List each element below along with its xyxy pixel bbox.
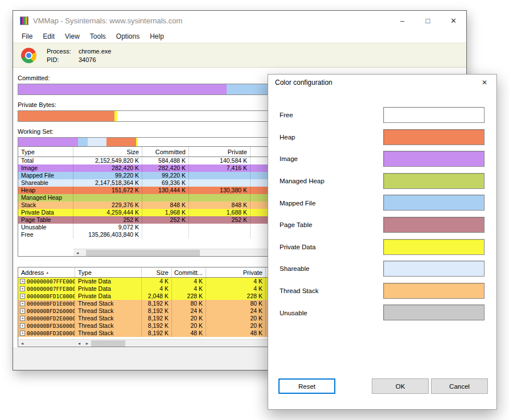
- titlebar[interactable]: VMMap - Sysinternals: www.sysinternals.c…: [13, 11, 466, 30]
- menubar: File Edit View Tools Options Help: [13, 30, 466, 43]
- color-entry-thread-stack: Thread Stack: [268, 280, 496, 302]
- window-controls: – □ ✕: [389, 11, 466, 30]
- cell-committed: 848 K: [142, 201, 189, 209]
- close-icon[interactable]: ✕: [441, 11, 466, 30]
- cell-private: [189, 194, 251, 201]
- color-entry-mapped-file: Mapped File: [268, 192, 496, 214]
- column-header-address[interactable]: Address ▲: [18, 267, 75, 277]
- dialog-titlebar[interactable]: Color configuration: [268, 75, 496, 90]
- ok-button[interactable]: OK: [372, 378, 429, 394]
- menu-tools[interactable]: Tools: [85, 31, 111, 42]
- scroll-left-icon[interactable]: ◄: [18, 340, 26, 347]
- color-label: Free: [268, 112, 293, 118]
- menu-view[interactable]: View: [60, 31, 85, 42]
- scroll-left-icon[interactable]: ◄: [73, 249, 81, 256]
- color-label: Heap: [268, 134, 295, 141]
- cell-type: Total: [18, 157, 73, 164]
- expand-icon[interactable]: +: [20, 331, 25, 336]
- menu-file[interactable]: File: [17, 31, 38, 42]
- column-header-committed[interactable]: Committ...: [172, 267, 206, 277]
- cell-size: 4 K: [142, 278, 172, 285]
- color-swatch[interactable]: [383, 283, 485, 299]
- dialog-close-icon[interactable]: ✕: [473, 75, 496, 90]
- color-label: Image: [268, 155, 298, 162]
- cell-private: 80 K: [206, 300, 266, 307]
- bar-segment: [18, 111, 114, 121]
- expand-icon[interactable]: +: [20, 323, 25, 328]
- expand-icon[interactable]: +: [20, 294, 25, 299]
- column-header-type[interactable]: Type: [18, 147, 73, 157]
- menu-options[interactable]: Options: [111, 31, 145, 42]
- cancel-button[interactable]: Cancel: [431, 378, 488, 394]
- cell-type: Unusable: [18, 224, 73, 231]
- menu-edit[interactable]: Edit: [38, 31, 60, 42]
- cell-size: 151,672 K: [73, 187, 142, 194]
- column-header-size[interactable]: Size: [73, 147, 142, 157]
- cell-committed: 282,420 K: [142, 164, 189, 172]
- cell-size: 8,192 K: [142, 322, 172, 330]
- cell-address: 000000BFD1E00000: [27, 300, 75, 307]
- detail-table-left-hscrollbar[interactable]: ◄: [18, 339, 75, 347]
- chrome-process-icon: [21, 48, 36, 63]
- expand-icon[interactable]: +: [20, 316, 25, 321]
- cell-committed: 1,968 K: [142, 209, 189, 216]
- cell-private: 1,688 K: [189, 209, 251, 216]
- color-entry-managed-heap: Managed Heap: [268, 170, 496, 192]
- color-swatch[interactable]: [383, 195, 485, 211]
- color-swatch[interactable]: [383, 217, 485, 233]
- column-header-type[interactable]: Type: [75, 267, 142, 277]
- window-title: VMMap - Sysinternals: www.sysinternals.c…: [33, 17, 182, 25]
- cell-address: 000000007FFE8000: [27, 286, 75, 292]
- bar-segment: [18, 84, 227, 94]
- column-header-private[interactable]: Private: [206, 267, 266, 277]
- cell-type: Thread Stack: [75, 330, 142, 337]
- cell-size: 4,259,444 K: [73, 209, 142, 216]
- menu-help[interactable]: Help: [145, 31, 169, 42]
- scroll-left-icon[interactable]: ◄: [75, 340, 83, 347]
- cell-size: [73, 194, 142, 201]
- cell-committed: 99,220 K: [142, 172, 189, 179]
- cell-committed: 252 K: [142, 216, 189, 224]
- maximize-icon[interactable]: □: [415, 11, 441, 30]
- cell-private: 20 K: [206, 322, 266, 330]
- color-swatch[interactable]: [383, 173, 485, 189]
- color-entry-shareable: Shareable: [268, 258, 496, 280]
- cell-type: Mapped File: [18, 172, 73, 179]
- cell-private: 7,416 K: [189, 164, 251, 172]
- cell-committed: [142, 231, 189, 238]
- color-label: Page Table: [268, 221, 312, 228]
- cell-committed: 228 K: [172, 293, 206, 300]
- cell-committed: 69,336 K: [142, 179, 189, 187]
- process-label: Process:: [47, 48, 79, 55]
- color-swatch[interactable]: [383, 151, 485, 167]
- dialog-title: Color configuration: [275, 79, 333, 87]
- minimize-icon[interactable]: –: [389, 11, 415, 30]
- color-entry-private-data: Private Data: [268, 236, 496, 258]
- cell-size: 2,152,549,820 K: [73, 157, 142, 164]
- cell-committed: [142, 194, 189, 201]
- expand-icon[interactable]: +: [20, 286, 25, 291]
- scroll-right-icon[interactable]: ►: [83, 340, 91, 347]
- color-swatch[interactable]: [383, 304, 485, 320]
- cell-size: 229,376 K: [73, 201, 142, 209]
- color-swatch[interactable]: [383, 107, 485, 123]
- expand-icon[interactable]: +: [20, 279, 25, 284]
- scrollbar-thumb[interactable]: [86, 250, 200, 256]
- column-header-size[interactable]: Size: [142, 267, 172, 277]
- scrollbar-thumb[interactable]: [91, 340, 125, 347]
- cell-private: 252 K: [189, 216, 251, 224]
- cell-type: Page Table: [18, 216, 73, 224]
- column-header-private[interactable]: Private: [189, 147, 251, 157]
- column-header-committed[interactable]: Committed: [142, 147, 189, 157]
- expand-icon[interactable]: +: [20, 308, 25, 314]
- color-swatch[interactable]: [383, 239, 485, 255]
- cell-committed: 4 K: [172, 285, 206, 293]
- cell-type: Free: [18, 231, 73, 238]
- color-swatch[interactable]: [383, 261, 485, 277]
- expand-icon[interactable]: +: [20, 301, 25, 306]
- reset-button[interactable]: Reset: [278, 378, 335, 394]
- process-value: chrome.exe: [79, 48, 111, 55]
- color-swatch[interactable]: [383, 129, 485, 145]
- cell-type: Managed Heap: [18, 194, 73, 201]
- cell-type: Thread Stack: [75, 307, 142, 315]
